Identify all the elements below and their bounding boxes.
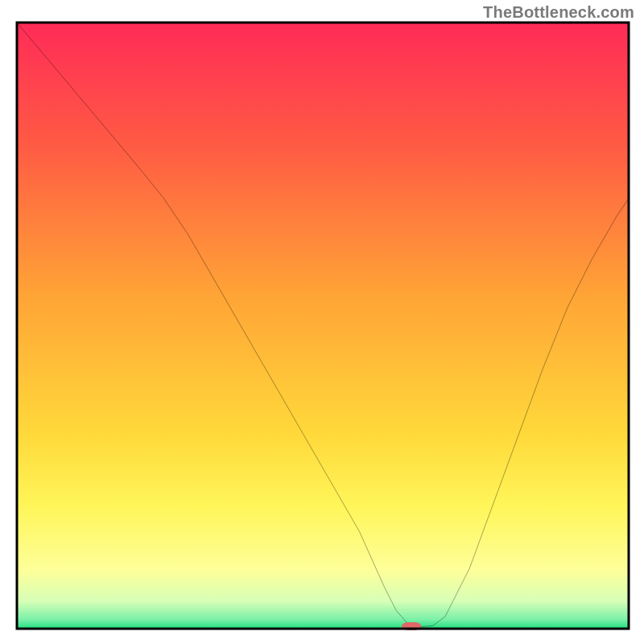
bottleneck-chart	[0, 0, 644, 644]
chart-container: TheBottleneck.com	[0, 0, 644, 644]
plot-area	[17, 23, 629, 630]
gradient-background	[17, 23, 629, 629]
